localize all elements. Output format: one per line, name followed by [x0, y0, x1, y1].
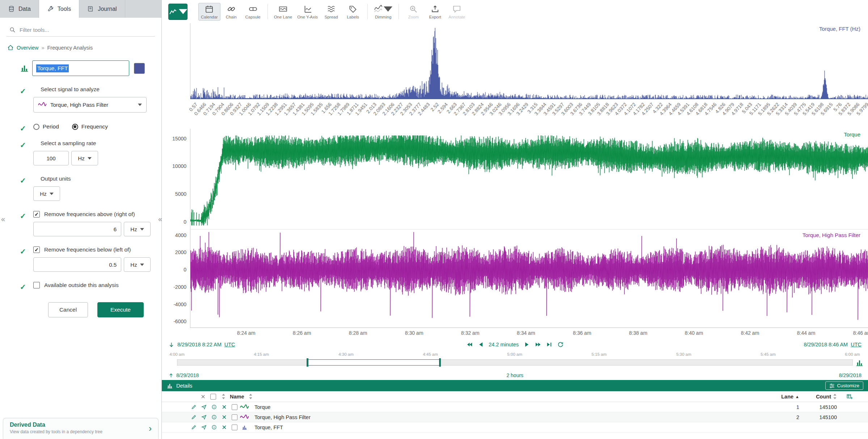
remove-below-checkbox-row[interactable]: ✓ Remove frequencies below (left of) [33, 246, 153, 253]
send-icon[interactable] [199, 425, 209, 430]
filter-tools-input[interactable] [7, 24, 155, 37]
remove-all-icon[interactable] [198, 394, 208, 399]
info-icon[interactable] [209, 425, 219, 430]
available-outside-label: Available outside this analysis [44, 282, 119, 288]
caret-down-icon [140, 228, 144, 231]
toolbar-calendar-button[interactable]: Calendar [198, 3, 220, 21]
breadcrumb-overview-link[interactable]: Overview [17, 45, 38, 51]
section-check-icon: ✓ [20, 141, 26, 149]
lane-column-header[interactable]: Lane ▲ [771, 394, 799, 400]
section-check-icon: ✓ [20, 283, 26, 291]
wrench-icon [47, 5, 54, 12]
arrow-up-icon[interactable] [168, 373, 174, 378]
output-unit-dropdown[interactable]: Hz [33, 186, 60, 201]
edit-pencil-icon[interactable] [189, 414, 199, 420]
refresh-icon[interactable] [557, 341, 564, 348]
home-icon[interactable] [7, 45, 14, 51]
histogram-icon [240, 425, 249, 430]
tab-tools[interactable]: Tools [39, 0, 79, 18]
sort-icon[interactable] [246, 394, 256, 399]
toolbar-item-label: Annotate [448, 15, 465, 19]
name-column-header[interactable]: Name [230, 394, 244, 400]
details-row[interactable]: Torque, High Pass Filter2145100 [162, 412, 868, 422]
timeline-chart-button[interactable] [855, 359, 864, 367]
skip-end-icon[interactable] [546, 341, 552, 348]
selection-left-handle[interactable] [307, 358, 308, 367]
arrow-down-icon[interactable] [168, 342, 174, 348]
send-icon[interactable] [199, 404, 209, 410]
tab-journal[interactable]: Journal [79, 0, 125, 18]
count-column-header[interactable]: Count [799, 394, 837, 400]
frequency-radio[interactable]: Frequency [72, 123, 108, 130]
send-icon[interactable] [199, 414, 209, 420]
sampling-rate-section: ✓ Select a sampling rate 100 Hz [33, 140, 153, 165]
step-backward-icon[interactable] [477, 341, 484, 348]
toolbar-one-lane-button[interactable]: One Lane [271, 3, 295, 21]
toolbar-spread-button[interactable]: Spread [320, 3, 342, 21]
row-checkbox[interactable] [229, 425, 240, 430]
remove-above-input[interactable]: 6 [33, 222, 121, 236]
timeline-track[interactable] [177, 359, 853, 366]
remove-above-checkbox-row[interactable]: ✓ Remove frequencies above (right of) [33, 211, 153, 218]
torque-chart[interactable] [190, 129, 868, 229]
fast-forward-icon[interactable] [535, 341, 541, 348]
remove-below-input[interactable]: 0.5 [33, 257, 121, 272]
toolbar-capsule-button[interactable]: Capsule [242, 3, 264, 21]
info-icon[interactable] [209, 414, 219, 420]
toolbar-labels-button[interactable]: Labels [342, 3, 364, 21]
info-icon[interactable] [209, 404, 219, 410]
view-selector-button[interactable] [168, 4, 187, 20]
signal-select[interactable]: Torque, High Pass Filter [33, 97, 147, 113]
toolbar-one-y-axis-button[interactable]: One Y-Axis [295, 3, 320, 21]
remove-above-unit-dropdown[interactable]: Hz [124, 222, 151, 236]
timeline-tick-label: 5:00 am [507, 352, 522, 356]
remove-below-unit-dropdown[interactable]: Hz [124, 257, 151, 272]
step-forward-icon[interactable] [523, 341, 530, 348]
add-column-icon[interactable] [846, 393, 853, 400]
timeline-selection[interactable] [308, 359, 440, 366]
remove-below-checkbox[interactable]: ✓ [33, 246, 40, 253]
sort-icon[interactable] [218, 394, 228, 399]
remove-above-checkbox[interactable]: ✓ [33, 211, 40, 218]
toolbar-item-label: Spread [325, 15, 338, 19]
details-row[interactable]: Torque, FFT [162, 422, 868, 432]
selection-right-handle[interactable] [439, 358, 441, 367]
toolbar-chain-button[interactable]: Chain [220, 3, 242, 21]
row-lane: 2 [771, 414, 799, 420]
derived-data-panel[interactable]: Derived Data View data created by tools … [3, 418, 159, 439]
available-outside-row[interactable]: Available outside this analysis [33, 282, 153, 288]
edit-pencil-icon[interactable] [189, 404, 199, 410]
row-checkbox[interactable] [229, 404, 240, 410]
select-all-checkbox[interactable] [208, 394, 218, 400]
high-pass-filter-chart[interactable] [190, 229, 868, 328]
start-timezone-link[interactable]: UTC [224, 342, 235, 347]
filter-tools-row [7, 24, 155, 37]
fft-chart[interactable] [190, 23, 868, 99]
sampling-rate-input[interactable]: 100 [33, 151, 69, 165]
period-radio[interactable]: Period [33, 123, 59, 130]
execute-button[interactable]: Execute [97, 302, 144, 317]
close-icon[interactable] [219, 404, 229, 410]
radio-dot [33, 124, 39, 130]
cancel-button[interactable]: Cancel [48, 302, 88, 317]
sampling-unit-dropdown[interactable]: Hz [71, 151, 98, 165]
signal-icon [240, 404, 249, 410]
details-table: Name Lane ▲ Count Torque1145100Torque, H… [162, 391, 868, 439]
available-outside-checkbox[interactable] [33, 282, 40, 288]
available-outside-section: ✓ Available outside this analysis [33, 282, 153, 288]
result-name-input[interactable]: Torque, FFT [32, 60, 129, 76]
fast-backward-icon[interactable] [466, 341, 473, 348]
close-icon[interactable] [219, 414, 229, 420]
details-row[interactable]: Torque1145100 [162, 402, 868, 412]
close-icon[interactable] [219, 425, 229, 430]
collapse-left-edge-button[interactable]: « [1, 215, 5, 223]
edit-pencil-icon[interactable] [189, 425, 199, 430]
row-checkbox[interactable] [229, 414, 240, 420]
customize-button[interactable]: Customize [825, 381, 863, 390]
end-timezone-link[interactable]: UTC [851, 342, 861, 347]
tab-data[interactable]: Data [0, 0, 39, 18]
toolbar-dimming-button[interactable]: Dimming [371, 3, 395, 21]
toolbar-export-button[interactable]: Export [424, 3, 446, 21]
collapse-sidebar-button[interactable]: « [158, 215, 162, 223]
color-swatch-button[interactable] [134, 63, 145, 74]
